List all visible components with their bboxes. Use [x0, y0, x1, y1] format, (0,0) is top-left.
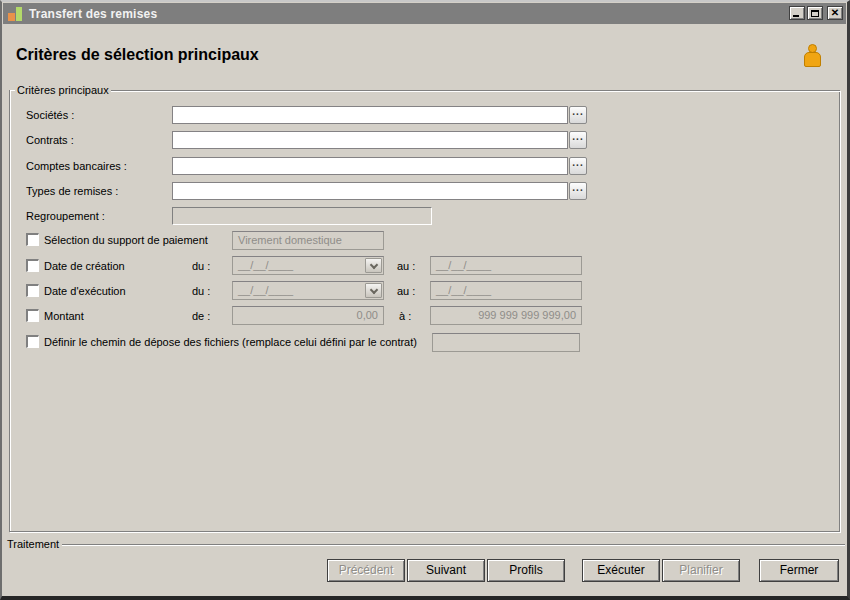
chemin-depose-label: Définir le chemin de dépose des fichiers…: [44, 336, 417, 348]
titlebar[interactable]: Transfert des remises ✕: [3, 3, 846, 24]
precedent-button[interactable]: Précédent: [327, 559, 405, 582]
chemin-depose-checkbox[interactable]: [26, 335, 39, 348]
minimize-button[interactable]: [789, 6, 805, 20]
date-creation-du-label: du :: [192, 260, 210, 272]
date-execution-au-field: __/__/____: [430, 281, 582, 300]
date-execution-au-label: au :: [397, 285, 415, 297]
minimize-icon: [793, 15, 799, 17]
societes-label: Sociétés :: [26, 109, 74, 121]
types-remises-label: Types de remises :: [26, 185, 118, 197]
dialog-window: Transfert des remises ✕ Critères de séle…: [0, 0, 850, 600]
societes-input[interactable]: [172, 106, 568, 124]
window-title: Transfert des remises: [29, 7, 157, 21]
user-icon: [803, 44, 823, 68]
montant-de-field: 0,00: [232, 306, 384, 325]
comptes-bancaires-input[interactable]: [172, 157, 568, 175]
montant-checkbox[interactable]: [26, 309, 39, 322]
planifier-button[interactable]: Planifier: [662, 559, 740, 582]
date-creation-checkbox[interactable]: [26, 259, 39, 272]
chemin-depose-field: [432, 333, 580, 352]
date-execution-label: Date d'exécution: [44, 285, 126, 297]
date-creation-au-field: __/__/____: [430, 256, 582, 275]
close-button[interactable]: ✕: [827, 6, 843, 20]
close-icon: ✕: [831, 8, 839, 18]
fermer-button[interactable]: Fermer: [759, 559, 839, 582]
date-creation-au-label: au :: [397, 260, 415, 272]
types-remises-input[interactable]: [172, 182, 568, 200]
suivant-button[interactable]: Suivant: [407, 559, 485, 582]
montant-a-label: à :: [399, 310, 411, 322]
maximize-icon: [811, 10, 819, 17]
app-icon-green-bar: [16, 7, 22, 21]
traitement-group-label: Traitement: [7, 538, 59, 550]
maximize-button[interactable]: [807, 6, 823, 20]
montant-a-field: 999 999 999 999,00: [430, 306, 582, 325]
chevron-down-icon[interactable]: [365, 258, 382, 273]
chevron-down-icon[interactable]: [365, 283, 382, 298]
criteres-group-label: Critères principaux: [15, 84, 111, 96]
date-creation-du-combo: __/__/____: [232, 256, 384, 275]
support-paiement-value: Virement domestique: [232, 231, 384, 250]
page-title: Critères de sélection principaux: [16, 46, 259, 64]
app-icon-orange-bar: [8, 13, 15, 21]
contrats-input[interactable]: [172, 131, 568, 149]
comptes-bancaires-browse-button[interactable]: ...: [569, 157, 587, 175]
montant-label: Montant: [44, 310, 84, 322]
support-paiement-label: Sélection du support de paiement: [44, 234, 208, 246]
date-execution-du-label: du :: [192, 285, 210, 297]
comptes-bancaires-label: Comptes bancaires :: [26, 160, 127, 172]
executer-button[interactable]: Exécuter: [582, 559, 660, 582]
date-creation-label: Date de création: [44, 260, 125, 272]
contrats-browse-button[interactable]: ...: [569, 131, 587, 149]
date-execution-du-combo: __/__/____: [232, 281, 384, 300]
montant-de-label: de :: [192, 310, 210, 322]
regroupement-label: Regroupement :: [26, 210, 105, 222]
societes-browse-button[interactable]: ...: [569, 106, 587, 124]
types-remises-browse-button[interactable]: ...: [569, 182, 587, 200]
app-icon: [7, 6, 25, 22]
contrats-label: Contrats :: [26, 134, 74, 146]
profils-button[interactable]: Profils: [487, 559, 565, 582]
date-execution-checkbox[interactable]: [26, 284, 39, 297]
window-controls: ✕: [787, 6, 843, 20]
support-paiement-checkbox[interactable]: [26, 233, 39, 246]
regroupement-input[interactable]: [172, 207, 432, 225]
